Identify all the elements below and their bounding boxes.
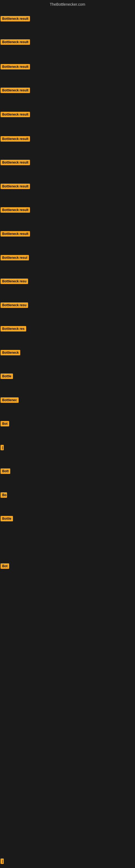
bottleneck-badge-label: Bottleneck result: [1, 64, 30, 69]
bottleneck-badge-23[interactable]: Bot: [1, 563, 9, 570]
bottleneck-badge-label: Bottle: [1, 516, 13, 521]
bottleneck-badge-label: |: [1, 859, 4, 864]
bottleneck-badge-label: Bottleneck result: [1, 88, 30, 93]
bottleneck-badge-label: Bottleneck result: [1, 136, 30, 142]
bottleneck-badge-label: Bottlenec: [1, 397, 18, 403]
bottleneck-badge-label: Bot: [1, 563, 9, 569]
bottleneck-badge-16[interactable]: Bottlenec: [1, 397, 18, 404]
bottleneck-badge-label: Bottleneck result: [1, 39, 30, 45]
bottleneck-badge-20[interactable]: Bo: [1, 492, 7, 499]
bottleneck-badge-label: Bottleneck result: [1, 16, 30, 22]
bottleneck-badge-label: Bott: [1, 468, 10, 474]
bottleneck-badge-12[interactable]: Bottleneck resu: [1, 303, 28, 309]
bottleneck-badge-label: Bottleneck result: [1, 184, 30, 189]
bottleneck-badge-label: Bot: [1, 421, 9, 426]
bottleneck-badge-18[interactable]: |: [1, 445, 4, 452]
bottleneck-badge-label: Bottle: [1, 373, 13, 379]
bottleneck-badge-label: Bottleneck result: [1, 231, 30, 237]
bottleneck-badge-19[interactable]: Bott: [1, 468, 10, 475]
bottleneck-badge-8[interactable]: Bottleneck result: [1, 207, 30, 214]
bottleneck-badge-5[interactable]: Bottleneck result: [1, 136, 30, 143]
bottleneck-badge-2[interactable]: Bottleneck result: [1, 64, 30, 70]
bottleneck-badge-15[interactable]: Bottle: [1, 373, 13, 380]
bottleneck-badge-label: Bottleneck result: [1, 160, 30, 165]
bottleneck-badge-label: |: [1, 445, 4, 450]
bottleneck-badge-24[interactable]: |: [1, 859, 4, 865]
bottleneck-badge-9[interactable]: Bottleneck result: [1, 231, 30, 238]
bottleneck-badge-label: Bottleneck result: [1, 207, 30, 213]
bottleneck-badge-6[interactable]: Bottleneck result: [1, 160, 30, 166]
bottleneck-badge-21[interactable]: Bottle: [1, 516, 13, 522]
bottleneck-badge-label: Bo: [1, 492, 7, 498]
bottleneck-badge-7[interactable]: Bottleneck result: [1, 184, 30, 190]
bottleneck-badge-10[interactable]: Bottleneck resul: [1, 255, 29, 261]
bottleneck-badge-11[interactable]: Bottleneck resu: [1, 279, 28, 285]
bottleneck-badge-3[interactable]: Bottleneck result: [1, 88, 30, 94]
bottleneck-badge-label: Bottleneck resu: [1, 303, 28, 308]
bottleneck-badge-1[interactable]: Bottleneck result: [1, 39, 30, 46]
bottleneck-badge-label: Bottleneck resu: [1, 279, 28, 284]
bottleneck-badge-14[interactable]: Bottleneck: [1, 350, 20, 356]
site-title: TheBottlenecker.com: [0, 0, 135, 9]
bottleneck-badge-4[interactable]: Bottleneck result: [1, 112, 30, 118]
bottleneck-badge-label: Bottleneck resul: [1, 255, 29, 260]
bottleneck-badge-0[interactable]: Bottleneck result: [1, 16, 30, 23]
bottleneck-badge-label: Bottleneck res: [1, 326, 26, 332]
bottleneck-badge-label: Bottleneck: [1, 350, 20, 355]
bottleneck-badge-13[interactable]: Bottleneck res: [1, 326, 26, 333]
bottleneck-badge-label: Bottleneck result: [1, 112, 30, 117]
bottleneck-badge-17[interactable]: Bot: [1, 421, 9, 428]
